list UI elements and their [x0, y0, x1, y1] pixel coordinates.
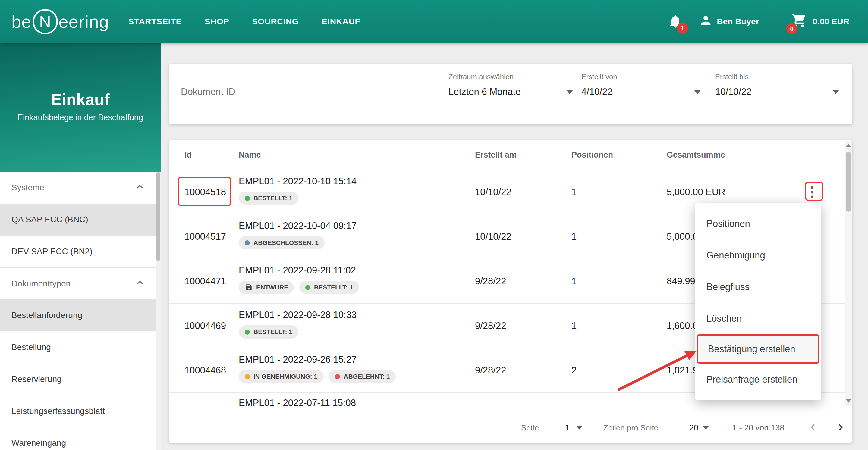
page-select-caret-icon[interactable]: [576, 426, 582, 429]
page-select-value[interactable]: 1: [565, 423, 569, 432]
logo-text-prefix: be: [11, 11, 32, 32]
sidebar-item-label: Bestellung: [11, 343, 51, 352]
status-dot-icon: [245, 329, 250, 335]
context-menu-item[interactable]: Belegfluss: [695, 271, 821, 303]
table-scrollbar[interactable]: [845, 141, 852, 406]
row-id: 10004471: [184, 276, 226, 287]
sidebar-item[interactable]: Leistungserfassungsblatt: [0, 395, 161, 427]
zeitraum-group: Zeitraum auswählen Letzten 6 Monate: [448, 73, 574, 102]
column-header-positionen: Positionen: [571, 150, 613, 160]
table-scrollbar-thumb[interactable]: [846, 152, 851, 212]
status-badge-label: BESTELLT: 1: [314, 284, 353, 291]
user-name-label: Ben Buyer: [717, 17, 759, 27]
app-logo[interactable]: be N eering: [11, 9, 109, 34]
sidebar-item-label: DEV SAP ECC (BN2): [11, 247, 93, 256]
status-badge-label: ABGELEHNT: 1: [344, 373, 390, 380]
row-name: EMPL01 - 2022-09-26 15:27: [239, 354, 396, 365]
page-title: Einkauf: [0, 90, 161, 109]
row-name: EMPL01 - 2022-10-10 15:14: [239, 176, 356, 187]
sidebar-item[interactable]: Bestellanforderung: [0, 299, 161, 331]
context-menu-item[interactable]: Preisanfrage erstellen: [695, 363, 821, 395]
context-menu-item[interactable]: Bestätigung erstellen: [697, 334, 819, 363]
rows-per-page-caret-icon[interactable]: [703, 426, 709, 429]
rows-per-page-value[interactable]: 20: [689, 423, 698, 432]
hero-panel: Einkauf Einkaufsbelege in der Beschaffun…: [0, 43, 161, 172]
user-menu-button[interactable]: Ben Buyer: [699, 13, 759, 30]
previous-page-button[interactable]: [807, 421, 818, 434]
document-id-group: [181, 73, 430, 102]
nav-menu-item-einkauf[interactable]: EINKAUF: [321, 17, 360, 27]
status-badge-label: BESTELLT: 1: [253, 328, 292, 335]
page-label: Seite: [521, 423, 539, 432]
scroll-up-icon[interactable]: [846, 144, 851, 147]
row-name-cell: EMPL01 - 2022-09-28 11:02 ENTWURF BESTEL…: [239, 259, 359, 294]
sidebar-section-header[interactable]: Systeme: [0, 172, 161, 204]
nav-right-cluster: 1 Ben Buyer 0 0.00 EUR: [668, 12, 849, 31]
erstellt-bis-label: Erstellt bis: [715, 73, 840, 84]
zeitraum-value: Letzten 6 Monate: [448, 87, 521, 97]
nav-menu-item-startseite[interactable]: STARTSEITE: [128, 17, 182, 27]
notification-count-badge: 1: [677, 23, 688, 34]
cart-button[interactable]: 0 0.00 EUR: [791, 12, 849, 31]
status-dot-icon: [245, 374, 250, 379]
sidebar-item[interactable]: Bestellung: [0, 331, 161, 363]
sidebar-section-title: Dokumenttypen: [11, 279, 70, 289]
status-badge: ABGESCHLOSSEN: 1: [239, 236, 324, 249]
status-badge-label: IN GENEHMIGUNG: 1: [253, 373, 317, 380]
row-erstellt-am: 9/28/22: [475, 365, 506, 376]
sidebar-item[interactable]: Wareneingang: [0, 427, 161, 450]
sidebar-scrollbar-thumb[interactable]: [156, 172, 160, 261]
column-header-gesamtsumme: Gesamtsumme: [667, 150, 725, 160]
nav-menu-item-sourcing[interactable]: SOURCING: [252, 17, 299, 27]
status-dot-icon: [305, 285, 310, 290]
filter-card: Zeitraum auswählen Letzten 6 Monate Erst…: [169, 64, 852, 124]
nav-menu: STARTSEITESHOPSOURCINGEINKAUF: [128, 17, 360, 27]
sidebar-item[interactable]: QA SAP ECC (BNC): [0, 204, 161, 235]
nav-menu-item-shop[interactable]: SHOP: [205, 17, 229, 27]
context-menu-item[interactable]: Löschen: [695, 303, 821, 334]
context-menu-item[interactable]: Genehmigung: [695, 239, 821, 271]
erstellt-bis-select[interactable]: 10/10/22: [715, 84, 840, 102]
context-menu-item[interactable]: Positionen: [695, 208, 821, 239]
row-name-cell: EMPL01 - 2022-07-11 15:08: [239, 393, 356, 409]
status-badge: IN GENEHMIGUNG: 1: [239, 370, 323, 383]
row-name-cell: EMPL01 - 2022-09-26 15:27 IN GENEHMIGUNG…: [239, 348, 396, 383]
sidebar-scrollbar[interactable]: [156, 172, 161, 450]
row-status-badges: BESTELLT: 1: [239, 325, 356, 339]
row-name-cell: EMPL01 - 2022-10-10 15:14 BESTELLT: 1: [239, 170, 356, 205]
sidebar-item-label: Wareneingang: [11, 438, 66, 448]
row-name: EMPL01 - 2022-10-04 09:17: [239, 221, 356, 231]
sidebar: Systeme QA SAP ECC (BNC) DEV SAP ECC (BN…: [0, 172, 161, 450]
notifications-button[interactable]: 1: [668, 13, 683, 30]
zeitraum-select[interactable]: Letzten 6 Monate: [448, 84, 574, 102]
status-badge: ENTWURF: [239, 281, 294, 294]
sidebar-section-header[interactable]: Dokumenttypen: [0, 267, 161, 299]
row-name: EMPL01 - 2022-09-28 10:33: [239, 310, 356, 320]
scroll-down-icon[interactable]: [846, 399, 851, 403]
status-badge: BESTELLT: 1: [239, 325, 299, 339]
sidebar-item-label: Bestellanforderung: [11, 311, 82, 320]
row-id: 10004518: [184, 187, 226, 198]
erstellt-von-select[interactable]: 4/10/22: [581, 84, 702, 102]
sidebar-item[interactable]: Reservierung: [0, 363, 161, 395]
cart-count-badge: 0: [786, 23, 798, 34]
document-id-input[interactable]: [181, 87, 429, 97]
rows-per-page-label: Zeilen pro Seite: [603, 423, 658, 432]
next-page-button[interactable]: [835, 421, 846, 434]
row-name: EMPL01 - 2022-07-11 15:08: [239, 397, 356, 409]
row-name-cell: EMPL01 - 2022-10-04 09:17 ABGESCHLOSSEN:…: [239, 215, 356, 249]
row-positionen: 2: [571, 365, 577, 376]
document-id-label-spacer: [181, 73, 430, 84]
row-positionen: 1: [571, 276, 577, 287]
status-dot-icon: [335, 374, 340, 379]
sidebar-item-label: QA SAP ECC (BNC): [11, 215, 88, 224]
row-actions-kebab-icon[interactable]: [807, 182, 817, 202]
sidebar-item[interactable]: DEV SAP ECC (BN2): [0, 235, 161, 267]
nav-divider: [775, 13, 775, 30]
erstellt-von-value: 4/10/22: [581, 87, 613, 97]
chevron-down-icon: [694, 90, 701, 94]
status-dot-icon: [245, 196, 250, 201]
status-badge: ABGELEHNT: 1: [329, 370, 396, 383]
column-header-erstellt-am: Erstellt am: [475, 150, 517, 160]
status-badge-label: ABGESCHLOSSEN: 1: [253, 239, 318, 246]
